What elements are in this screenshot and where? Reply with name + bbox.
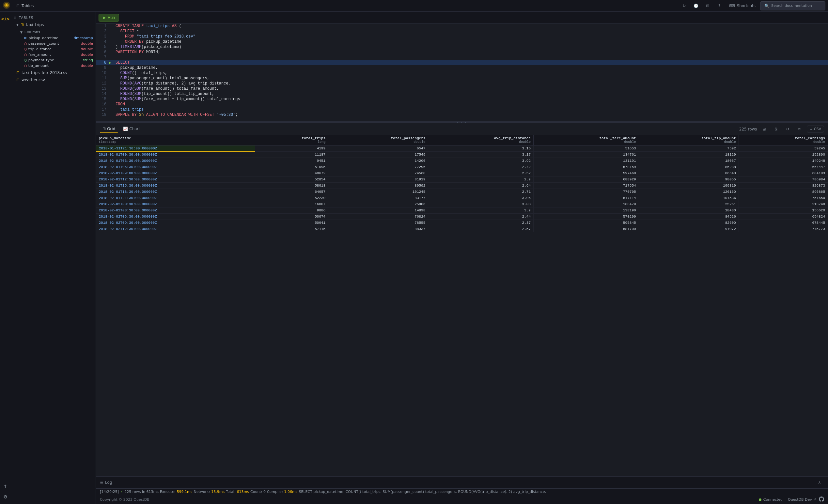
tab-chart[interactable]: 📈 Chart: [120, 125, 142, 133]
grid-view-button[interactable]: ⊞: [760, 125, 769, 134]
table-row: 2018-02-01T03:30:00.000000Z9451142963.92…: [96, 158, 828, 164]
code-line-15: 15 ROUND(SUM(fare_amount + tip_amount)) …: [96, 97, 828, 102]
col-num-icon3: ○: [24, 53, 27, 56]
cell-value: 9886: [255, 208, 328, 214]
tables-button[interactable]: ⊞ Tables: [13, 2, 37, 9]
cell-value: 2.42: [428, 164, 534, 170]
editor-toolbar: ▶ Run: [96, 12, 828, 24]
th-avg-trip-distance: avg_trip_distance double: [428, 135, 534, 145]
table-icon-weather: ⊞: [16, 78, 19, 82]
sidebar-icon-code[interactable]: </>: [1, 14, 10, 24]
sidebar-icon-upload[interactable]: ↑: [1, 482, 10, 491]
cell-value: 50941: [255, 220, 328, 226]
results-toolbar: ⊞ Grid 📈 Chart 225 rows ⊞ ⎘ ↺ ⟳ ↓ CSV: [96, 123, 828, 135]
cell-timestamp: 2018-02-01T21:30:00.000000Z: [96, 195, 255, 201]
auto-refresh-button[interactable]: ⟳: [795, 125, 804, 134]
chart-icon: 📈: [123, 127, 128, 131]
extensions-button[interactable]: ⊞: [702, 1, 713, 11]
cell-value: 17549: [328, 152, 428, 158]
table-row: 2018-02-02T06:30:00.000000Z50074768242.4…: [96, 214, 828, 220]
keyboard-icon: ⌨: [729, 4, 735, 8]
copy-button[interactable]: ⎘: [772, 125, 781, 134]
tab-grid[interactable]: ⊞ Grid: [100, 125, 118, 133]
cell-value: 2.9: [428, 177, 534, 183]
cell-value: 3.92: [428, 158, 534, 164]
code-line-2: 2 SELECT *: [96, 29, 828, 34]
col-num-icon2: ○: [24, 47, 27, 51]
col-tip-amount[interactable]: ○tip_amount double: [11, 63, 96, 68]
cell-value: 3.9: [428, 208, 534, 214]
status-total-val: 613ms: [237, 490, 249, 494]
footer-questdb[interactable]: QuestDB Dev ↗: [788, 498, 816, 502]
cell-value: 16007: [255, 201, 328, 208]
cell-value: 9451: [255, 158, 328, 164]
code-line-5: 5 ) TIMESTAMP(pickup_datetime): [96, 44, 828, 50]
code-line-6: 6 PARTITION BY MONTH;: [96, 50, 828, 55]
cell-value: 98055: [639, 177, 739, 183]
col-pickup-datetime[interactable]: IFpickup_datetime timestamp: [11, 35, 96, 41]
cell-value: 664447: [739, 164, 828, 170]
cell-value: 89592: [328, 183, 428, 189]
cell-value: 109319: [639, 183, 739, 189]
cell-value: 770705: [533, 189, 639, 195]
cell-value: 152890: [739, 152, 828, 158]
table-row: 2018-02-01T09:00:00.000000Z48672745682.5…: [96, 170, 828, 177]
table-header-row: pickup_datetime timestamp total_trips lo…: [96, 135, 828, 145]
sidebar-icon-settings[interactable]: ⚙: [1, 492, 10, 501]
table-icon-item: ⊞: [20, 22, 24, 27]
cell-value: 775773: [739, 226, 828, 232]
table-icon-header: ⊞: [14, 16, 17, 20]
data-table-wrapper[interactable]: pickup_datetime timestamp total_trips lo…: [96, 135, 828, 476]
th-total-trips: total_trips long: [255, 135, 328, 145]
external-link-icon: ↗: [813, 498, 816, 502]
cell-timestamp: 2018-02-01T03:30:00.000000Z: [96, 158, 255, 164]
cell-value: 104536: [639, 195, 739, 201]
columns-header[interactable]: ▼ Columns: [11, 29, 96, 35]
sidebar: </> ↑ ⚙: [0, 12, 11, 504]
cell-value: 52854: [255, 177, 328, 183]
github-icon[interactable]: [819, 497, 824, 503]
tree-table-feb-csv[interactable]: ⊞ taxi_trips_feb_2018.csv: [11, 69, 96, 76]
run-button[interactable]: ▶ Run: [98, 14, 119, 21]
code-lines: 1 CREATE TABLE taxi_trips AS ( 2 SELECT …: [96, 24, 828, 118]
cell-timestamp: 2018-02-02T00:30:00.000000Z: [96, 201, 255, 208]
refresh-button[interactable]: ↻: [679, 1, 689, 11]
history-button[interactable]: 🕐: [691, 1, 701, 11]
search-documentation-input[interactable]: 🔍 Search documentation: [760, 1, 825, 10]
search-icon: 🔍: [764, 4, 769, 8]
code-line-12: 12 ROUND(AVG(trip_distance), 2) avg_trip…: [96, 81, 828, 86]
col-fare-amount[interactable]: ○fare_amount double: [11, 52, 96, 57]
refresh-results-button[interactable]: ↺: [783, 125, 792, 134]
table-icon-feb: ⊞: [16, 71, 19, 75]
th-total-fare-amount: total_fare_amount double: [533, 135, 639, 145]
col-payment-type[interactable]: ○payment_type string: [11, 57, 96, 63]
col-passenger-count[interactable]: ○passenger_count double: [11, 41, 96, 46]
status-bar-content: [14:20:25] ✓ 225 rows in 613ms Execute: …: [100, 490, 824, 494]
cell-value: 2.44: [428, 214, 534, 220]
log-button[interactable]: ≡ Log: [100, 480, 112, 485]
expand-col-icon: ▼: [20, 31, 23, 34]
tree-table-taxi-trips[interactable]: ▼ ⊞ taxi_trips: [11, 21, 96, 29]
connected-dot: [759, 498, 761, 501]
code-editor[interactable]: 1 CREATE TABLE taxi_trips AS ( 2 SELECT …: [96, 24, 828, 121]
cell-timestamp: 2018-02-01T09:00:00.000000Z: [96, 170, 255, 177]
csv-export-button[interactable]: ↓ CSV: [807, 126, 824, 132]
code-line-17: 17 taxi_trips: [96, 107, 828, 112]
code-line-8: 8 ▶ SELECT: [96, 60, 828, 65]
tree-table-weather[interactable]: ⊞ weather.csv: [11, 76, 96, 84]
cell-value: 64957: [255, 189, 328, 195]
cell-value: 751650: [739, 195, 828, 201]
help-button[interactable]: ?: [714, 1, 724, 11]
cell-value: 213740: [739, 201, 828, 208]
status-rows-info: 225 rows in 613ms: [124, 490, 159, 494]
cell-value: 78555: [328, 220, 428, 226]
table-row: 2018-02-02T09:30:00.000000Z50941785552.3…: [96, 220, 828, 226]
col-trip-distance[interactable]: ○trip_distance double: [11, 46, 96, 52]
table-row: 2018-02-02T03:30:00.000000Z9886148983.91…: [96, 208, 828, 214]
table-row: 2018-02-01T00:30:00.000000Z11187175493.1…: [96, 152, 828, 158]
topbar-actions: ↻ 🕐 ⊞ ? ⌨ Shortcuts 🔍 Search documentati…: [679, 1, 825, 11]
shortcuts-button[interactable]: ⌨ Shortcuts: [726, 2, 759, 9]
cell-value: 678445: [739, 220, 828, 226]
collapse-log-button[interactable]: ∧: [815, 478, 824, 487]
code-line-3: 3 FROM "taxi_trips_feb_2018.csv": [96, 34, 828, 39]
